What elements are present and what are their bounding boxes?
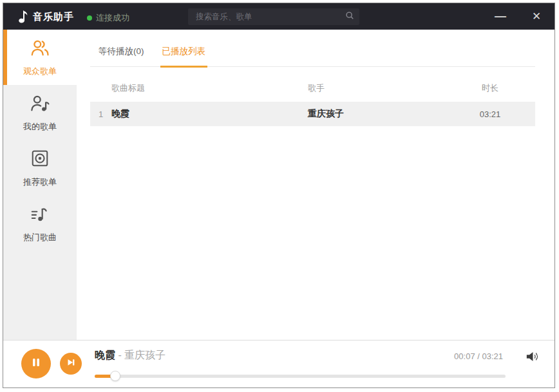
hot-songs-icon bbox=[30, 204, 50, 226]
connection-status: 连接成功 bbox=[87, 12, 129, 24]
player-bar: 晚霞 - 重庆孩子 00:07 / 03:21 bbox=[3, 340, 554, 387]
audience-playlist-icon bbox=[30, 38, 50, 60]
main-area: 观众歌单 我的歌单 推荐歌单 热门歌曲 bbox=[3, 30, 554, 340]
now-playing-dash: - bbox=[118, 350, 121, 360]
tab-waiting-playlist[interactable]: 等待播放(0) bbox=[97, 46, 146, 68]
content-panel: 等待播放(0) 已播放列表 歌曲标题 歌手 时长 1 晚霞 重庆孩子 03:21 bbox=[77, 30, 554, 340]
progress-handle[interactable] bbox=[110, 371, 120, 381]
tab-bar: 等待播放(0) 已播放列表 bbox=[90, 30, 535, 67]
progress-bar[interactable] bbox=[95, 371, 506, 381]
minimize-button[interactable]: — bbox=[489, 3, 512, 30]
sidebar-item-audience-playlist[interactable]: 观众歌单 bbox=[3, 30, 77, 85]
now-playing: 晚霞 - 重庆孩子 bbox=[95, 349, 166, 362]
pause-icon bbox=[30, 357, 42, 371]
header-artist: 歌手 bbox=[308, 82, 445, 94]
sidebar-item-label: 推荐歌单 bbox=[23, 176, 57, 188]
app-title: 音乐助手 bbox=[33, 11, 74, 23]
titlebar: 音乐助手 连接成功 — ✕ bbox=[3, 3, 554, 30]
my-playlist-icon bbox=[30, 93, 50, 115]
table-row[interactable]: 1 晚霞 重庆孩子 03:21 bbox=[90, 102, 535, 126]
now-playing-artist: 重庆孩子 bbox=[124, 350, 166, 360]
search-input[interactable] bbox=[196, 12, 345, 21]
close-button[interactable]: ✕ bbox=[525, 3, 548, 30]
table-header: 歌曲标题 歌手 时长 bbox=[90, 80, 535, 97]
pause-button[interactable] bbox=[21, 349, 51, 378]
sidebar-item-hot-songs[interactable]: 热门歌曲 bbox=[3, 196, 77, 251]
header-duration: 时长 bbox=[445, 82, 535, 94]
next-button[interactable] bbox=[60, 353, 82, 375]
sidebar-item-label: 我的歌单 bbox=[23, 121, 57, 133]
app-window: 音乐助手 连接成功 — ✕ 观众歌单 bbox=[3, 3, 555, 388]
connection-status-label: 连接成功 bbox=[96, 12, 129, 24]
sidebar-item-label: 热门歌曲 bbox=[23, 232, 57, 243]
time-display: 00:07 / 03:21 bbox=[454, 351, 503, 361]
progress-track[interactable] bbox=[95, 375, 506, 378]
sidebar: 观众歌单 我的歌单 推荐歌单 热门歌曲 bbox=[3, 30, 77, 340]
now-playing-title: 晚霞 bbox=[95, 350, 115, 360]
volume-icon[interactable] bbox=[524, 349, 540, 367]
row-artist: 重庆孩子 bbox=[308, 108, 445, 120]
header-song-title: 歌曲标题 bbox=[111, 82, 308, 94]
row-song-title: 晚霞 bbox=[111, 108, 308, 120]
row-duration: 03:21 bbox=[445, 109, 535, 119]
sidebar-item-recommended-playlist[interactable]: 推荐歌单 bbox=[3, 140, 77, 196]
sidebar-item-label: 观众歌单 bbox=[23, 66, 57, 77]
skip-next-icon bbox=[66, 358, 75, 369]
recommended-playlist-icon bbox=[30, 149, 50, 171]
search-icon[interactable] bbox=[345, 11, 354, 23]
tab-played-list[interactable]: 已播放列表 bbox=[160, 46, 208, 68]
search-box[interactable] bbox=[188, 8, 359, 25]
status-dot-icon bbox=[87, 15, 92, 21]
music-note-icon bbox=[15, 9, 29, 26]
row-index: 1 bbox=[90, 109, 111, 119]
sidebar-item-my-playlist[interactable]: 我的歌单 bbox=[3, 85, 77, 140]
